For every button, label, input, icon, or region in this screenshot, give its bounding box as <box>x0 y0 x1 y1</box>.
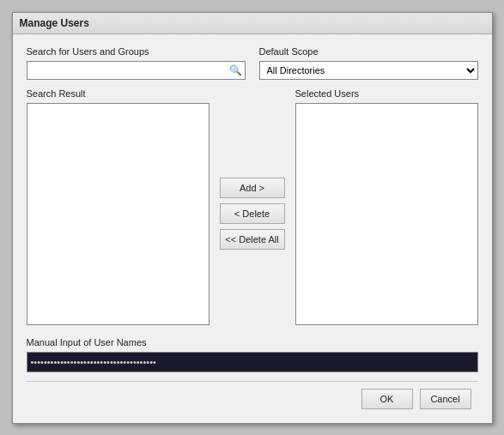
search-result-panel: Search Result <box>27 88 209 325</box>
manual-input[interactable] <box>27 352 478 372</box>
action-button-panel: Add > < Delete << Delete All <box>218 88 287 325</box>
search-area: Search for Users and Groups 🔍 <box>27 46 246 80</box>
bottom-button-bar: OK Cancel <box>27 381 478 414</box>
manage-users-dialog: Manage Users Search for Users and Groups… <box>12 12 493 424</box>
search-input[interactable] <box>27 61 246 80</box>
selected-users-panel: Selected Users <box>295 88 478 325</box>
ok-button[interactable]: OK <box>361 389 413 409</box>
search-result-label: Search Result <box>27 88 209 99</box>
selected-users-listbox[interactable] <box>295 103 478 325</box>
manual-input-section: Manual Input of User Names <box>27 337 478 372</box>
middle-section: Search Result Add > < Delete << Delete A… <box>27 88 478 325</box>
top-section: Search for Users and Groups 🔍 Default Sc… <box>27 46 478 80</box>
delete-all-button[interactable]: << Delete All <box>220 229 285 250</box>
search-input-wrapper: 🔍 <box>27 61 246 80</box>
cancel-button[interactable]: Cancel <box>420 389 471 409</box>
manual-label: Manual Input of User Names <box>27 337 478 347</box>
scope-select[interactable]: All Directories Local Directory LDAP <box>259 61 478 80</box>
dialog-title: Manage Users <box>13 13 492 34</box>
search-label: Search for Users and Groups <box>27 46 246 57</box>
selected-users-label: Selected Users <box>295 88 478 99</box>
add-button[interactable]: Add > <box>220 178 285 198</box>
delete-button[interactable]: < Delete <box>220 203 285 224</box>
scope-area: Default Scope All Directories Local Dire… <box>259 46 478 80</box>
scope-label: Default Scope <box>259 46 478 57</box>
dialog-content: Search for Users and Groups 🔍 Default Sc… <box>13 34 492 423</box>
search-result-listbox[interactable] <box>27 103 209 325</box>
